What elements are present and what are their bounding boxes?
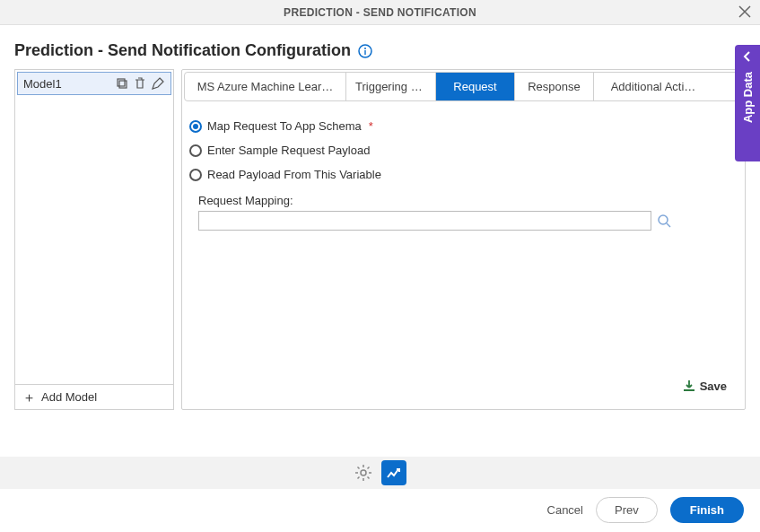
panel-spacer — [189, 231, 738, 373]
svg-rect-2 — [364, 50, 365, 55]
tab-request[interactable]: Request — [436, 73, 515, 100]
add-model-label: Add Model — [41, 390, 97, 404]
page-title-row: Prediction - Send Notification Configura… — [0, 25, 760, 69]
sidebar-spacer — [15, 97, 173, 384]
footer-toolbar — [0, 457, 760, 489]
page-title: Prediction - Send Notification Configura… — [14, 41, 351, 60]
radio-label: Enter Sample Request Payload — [207, 144, 370, 157]
mapping-input-row — [198, 211, 738, 231]
radio-icon-checked — [189, 120, 202, 133]
request-mapping-section: Request Mapping: — [189, 187, 738, 231]
radio-label: Read Payload From This Variable — [207, 168, 381, 181]
close-icon — [738, 5, 751, 18]
copy-icon[interactable] — [115, 76, 129, 91]
main-panel: MS Azure Machine Lear… Triggering Ev… Re… — [181, 69, 746, 410]
search-icon[interactable] — [657, 214, 671, 228]
radio-icon-unchecked — [189, 169, 202, 181]
app-data-side-tab[interactable]: App Data — [735, 45, 760, 161]
info-icon[interactable] — [358, 44, 372, 58]
svg-point-5 — [659, 215, 668, 224]
model-actions — [115, 76, 165, 91]
modal-header: PREDICTION - SEND NOTIFICATION — [0, 0, 760, 25]
close-button[interactable] — [738, 4, 751, 21]
model-item-selected[interactable]: Model1 — [17, 72, 171, 95]
tab-additional-actions[interactable]: Additional Acti… — [594, 73, 712, 100]
app-data-label: App Data — [741, 72, 755, 123]
add-model-button[interactable]: ＋ Add Model — [15, 384, 173, 409]
cancel-button[interactable]: Cancel — [547, 503, 583, 517]
analytics-button[interactable] — [381, 460, 406, 485]
plus-icon: ＋ — [22, 390, 36, 404]
tab-response[interactable]: Response — [515, 73, 594, 100]
edit-icon[interactable] — [151, 76, 165, 91]
radio-map-schema[interactable]: Map Request To App Schema * — [189, 114, 738, 138]
save-row: Save — [189, 373, 738, 398]
finish-button[interactable]: Finish — [670, 497, 744, 523]
svg-point-6 — [361, 470, 366, 475]
model-name: Model1 — [23, 77, 62, 91]
chevron-left-icon — [741, 50, 754, 63]
model-sidebar: Model1 ＋ Add Model — [14, 69, 174, 410]
required-asterisk: * — [369, 119, 373, 133]
svg-point-1 — [364, 48, 366, 49]
radio-sample-payload[interactable]: Enter Sample Request Payload — [189, 138, 738, 162]
svg-rect-3 — [118, 79, 125, 86]
chart-icon — [386, 465, 402, 481]
gear-icon[interactable] — [354, 464, 372, 482]
svg-rect-4 — [119, 81, 127, 88]
action-row: Cancel Prev Finish — [547, 497, 744, 523]
download-icon — [682, 379, 696, 393]
prev-button[interactable]: Prev — [596, 497, 658, 523]
radio-icon-unchecked — [189, 144, 202, 157]
tab-triggering-events[interactable]: Triggering Ev… — [346, 73, 436, 100]
radio-label: Map Request To App Schema — [207, 119, 362, 133]
modal-title: PREDICTION - SEND NOTIFICATION — [284, 6, 476, 19]
radio-variable-payload[interactable]: Read Payload From This Variable — [189, 162, 738, 187]
tab-bar: MS Azure Machine Lear… Triggering Ev… Re… — [184, 72, 743, 101]
request-panel-body: Map Request To App Schema * Enter Sample… — [182, 103, 745, 409]
request-mapping-input[interactable] — [198, 211, 651, 231]
save-button[interactable]: Save — [700, 379, 727, 393]
request-mapping-label: Request Mapping: — [198, 194, 738, 207]
trash-icon[interactable] — [133, 76, 147, 91]
content-area: Model1 ＋ Add Model MS Azure Machine Lear… — [0, 69, 760, 410]
tab-azure[interactable]: MS Azure Machine Lear… — [185, 73, 346, 100]
